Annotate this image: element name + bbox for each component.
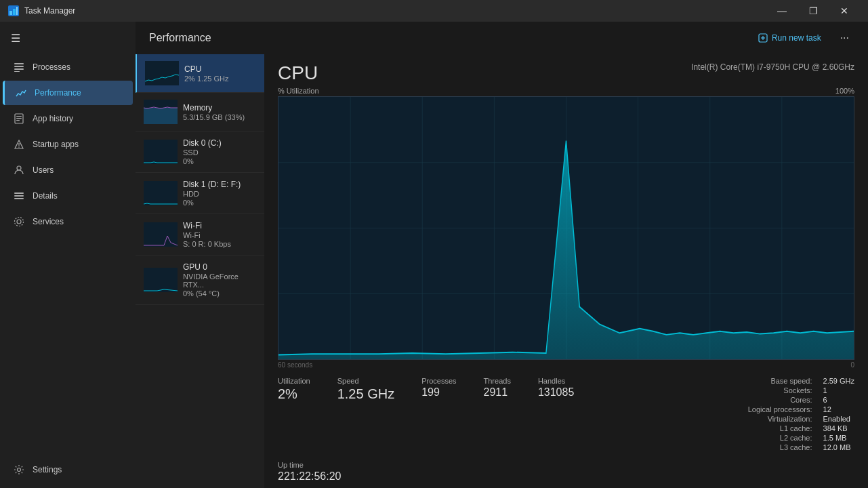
- svg-rect-6: [14, 68, 24, 70]
- svg-rect-29: [144, 181, 178, 205]
- resource-item-disk0[interactable]: Disk 0 (C:) SSD 0%: [136, 131, 264, 173]
- hamburger-icon[interactable]: ☰: [11, 32, 20, 45]
- run-task-icon: [758, 33, 768, 43]
- svg-rect-4: [14, 63, 24, 64]
- sidebar-item-settings[interactable]: Settings: [3, 458, 133, 482]
- main-container: ☰ Processes Performance: [0, 22, 868, 488]
- resource-list: CPU 2% 1.25 GHz Memory 5.3/15.9 GB (33%): [136, 54, 264, 488]
- spec-table: Base speed: 2.59 GHz Sockets: 1 Cores: 6…: [748, 377, 854, 451]
- svg-point-15: [17, 166, 21, 170]
- wifi-resource-info: Wi-Fi Wi-Fi S: 0 R: 0 Kbps: [183, 221, 256, 248]
- stat-handles: Handles 131085: [538, 377, 574, 451]
- detail-header: CPU Intel(R) Core(TM) i7-9750H CPU @ 2.6…: [264, 54, 868, 87]
- wifi-resource-sub2: S: 0 R: 0 Kbps: [183, 240, 256, 248]
- startup-icon: [14, 139, 24, 150]
- graph-time-labels: 60 seconds 0: [264, 360, 868, 370]
- cores-key: Cores:: [748, 396, 812, 404]
- utilization-stat-value: 2%: [278, 386, 310, 402]
- svg-rect-28: [144, 140, 178, 164]
- svg-rect-2: [13, 9, 16, 15]
- memory-resource-info: Memory 5.3/15.9 GB (33%): [183, 103, 256, 121]
- detail-title: CPU: [278, 62, 318, 84]
- l3-key: L3 cache:: [748, 443, 812, 451]
- svg-rect-3: [16, 7, 18, 15]
- cpu-mini-chart: [145, 61, 179, 85]
- speed-stat-value: 1.25 GHz: [337, 386, 394, 402]
- sidebar-label-performance: Performance: [35, 88, 81, 98]
- minimize-button[interactable]: —: [766, 0, 798, 22]
- restore-button[interactable]: ❐: [798, 0, 829, 22]
- resource-item-cpu[interactable]: CPU 2% 1.25 GHz: [136, 54, 264, 93]
- speed-stat-label: Speed: [337, 377, 394, 385]
- uptime-section: Up time 221:22:56:20: [264, 458, 868, 488]
- svg-rect-17: [14, 195, 24, 197]
- close-button[interactable]: ✕: [829, 0, 860, 22]
- base-speed-val: 2.59 GHz: [823, 377, 854, 385]
- title-bar-left: Task Manager: [8, 5, 75, 16]
- memory-resource-name: Memory: [183, 103, 256, 113]
- disk1-mini-chart: [144, 181, 178, 205]
- l1-val: 384 KB: [823, 424, 854, 432]
- logical-val: 12: [823, 405, 854, 413]
- disk1-resource-info: Disk 1 (D: E: F:) HDD 0%: [183, 180, 256, 207]
- specs-area: Base speed: 2.59 GHz Sockets: 1 Cores: 6…: [748, 377, 854, 451]
- l2-val: 1.5 MB: [823, 434, 854, 442]
- memory-mini-chart: [144, 100, 178, 124]
- uptime-stat-label: Up time: [278, 461, 854, 469]
- sidebar-item-services[interactable]: Services: [3, 209, 133, 234]
- sidebar-label-settings: Settings: [33, 465, 62, 474]
- sidebar: ☰ Processes Performance: [0, 22, 136, 488]
- processes-stat-label: Processes: [421, 377, 456, 385]
- sidebar-item-app-history[interactable]: App history: [3, 106, 133, 131]
- sidebar-item-processes[interactable]: Processes: [3, 55, 133, 79]
- settings-icon: [14, 464, 24, 475]
- sockets-val: 1: [823, 386, 854, 394]
- app-title: Task Manager: [24, 6, 75, 16]
- more-options-button[interactable]: ···: [835, 29, 854, 47]
- svg-point-14: [18, 146, 20, 148]
- threads-stat-value: 2911: [484, 386, 511, 399]
- app-history-icon: [14, 113, 24, 124]
- gpu0-resource-sub: NVIDIA GeForce RTX...: [183, 272, 256, 289]
- cpu-resource-info: CPU 2% 1.25 GHz: [184, 64, 256, 83]
- sidebar-label-processes: Processes: [33, 62, 70, 72]
- window-controls: — ❐ ✕: [766, 0, 860, 22]
- disk0-resource-info: Disk 0 (C:) SSD 0%: [183, 138, 256, 165]
- sidebar-label-app-history: App history: [33, 114, 73, 123]
- sidebar-label-services: Services: [33, 217, 64, 226]
- svg-point-19: [17, 220, 21, 224]
- handles-stat-value: 131085: [538, 386, 574, 399]
- performance-icon: [16, 87, 26, 98]
- svg-rect-11: [16, 120, 20, 121]
- gpu0-resource-name: GPU 0: [183, 262, 256, 272]
- sidebar-item-performance[interactable]: Performance: [3, 81, 133, 105]
- wifi-mini-chart: [144, 222, 178, 247]
- performance-layout: CPU 2% 1.25 GHz Memory 5.3/15.9 GB (33%): [136, 54, 868, 488]
- sidebar-item-startup[interactable]: Startup apps: [3, 132, 133, 157]
- cpu-resource-sub: 2% 1.25 GHz: [184, 75, 256, 83]
- app-icon: [8, 5, 19, 16]
- sidebar-item-details[interactable]: Details: [3, 184, 133, 208]
- time-label-right: 0: [850, 361, 854, 369]
- virtualization-key: Virtualization:: [748, 415, 812, 423]
- memory-resource-sub: 5.3/15.9 GB (33%): [183, 113, 256, 121]
- resource-item-gpu0[interactable]: GPU 0 NVIDIA GeForce RTX... 0% (54 °C): [136, 256, 264, 305]
- content-area: Performance Run new task ···: [136, 22, 868, 488]
- resource-item-disk1[interactable]: Disk 1 (D: E: F:) HDD 0%: [136, 173, 264, 214]
- page-title: Performance: [149, 32, 211, 44]
- resource-item-memory[interactable]: Memory 5.3/15.9 GB (33%): [136, 93, 264, 131]
- svg-point-21: [18, 468, 21, 472]
- l3-val: 12.0 MB: [823, 443, 854, 451]
- svg-rect-10: [16, 118, 22, 119]
- svg-rect-25: [145, 61, 179, 85]
- disk0-resource-name: Disk 0 (C:): [183, 138, 256, 148]
- cpu-graph-svg: [278, 97, 854, 359]
- processes-icon: [14, 62, 24, 73]
- svg-rect-5: [14, 66, 24, 67]
- resource-item-wifi[interactable]: Wi-Fi Wi-Fi S: 0 R: 0 Kbps: [136, 214, 264, 256]
- sidebar-item-users[interactable]: Users: [3, 158, 133, 182]
- svg-rect-27: [144, 108, 178, 124]
- run-new-task-button[interactable]: Run new task: [753, 30, 827, 45]
- wifi-resource-name: Wi-Fi: [183, 221, 256, 230]
- sockets-key: Sockets:: [748, 386, 812, 394]
